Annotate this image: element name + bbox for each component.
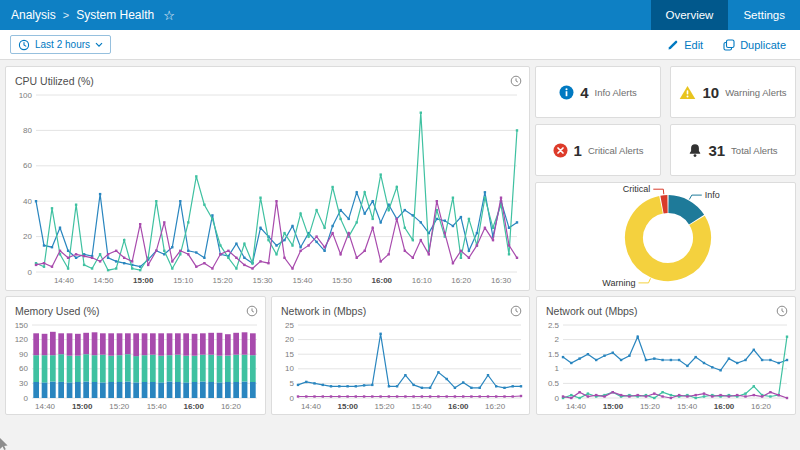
critical-alerts-count: 1 xyxy=(574,142,582,159)
svg-text:16:20: 16:20 xyxy=(751,402,772,411)
edit-button[interactable]: Edit xyxy=(667,39,703,51)
network-out-panel: Network out (Mbps) 00.511.522.514:4015:0… xyxy=(536,296,796,415)
duplicate-button[interactable]: Duplicate xyxy=(723,39,786,51)
svg-text:14:40: 14:40 xyxy=(54,276,75,285)
svg-text:60: 60 xyxy=(19,364,28,373)
alerts-donut-panel: CriticalInfoWarning xyxy=(535,182,796,291)
time-range-selector[interactable]: Last 2 hours xyxy=(10,35,111,54)
svg-text:Critical: Critical xyxy=(623,184,651,194)
favorite-star-icon[interactable]: ☆ xyxy=(163,8,175,23)
clock-icon[interactable] xyxy=(776,305,788,317)
svg-text:60: 60 xyxy=(23,161,32,170)
history-clock-icon xyxy=(18,39,30,51)
svg-text:15:40: 15:40 xyxy=(677,402,698,411)
tab-settings[interactable]: Settings xyxy=(728,0,800,30)
alerts-donut-chart: CriticalInfoWarning xyxy=(536,183,795,290)
svg-text:15:00: 15:00 xyxy=(603,402,624,411)
network-in-chart: 051015202514:4015:0015:2015:4016:0016:20 xyxy=(272,321,529,414)
svg-text:0: 0 xyxy=(24,394,29,403)
chevron-down-icon xyxy=(95,42,103,48)
mouse-cursor xyxy=(0,438,10,450)
svg-text:150: 150 xyxy=(15,321,29,330)
svg-text:15:10: 15:10 xyxy=(173,276,194,285)
total-alerts-label: Total Alerts xyxy=(731,145,777,156)
svg-text:16:00: 16:00 xyxy=(372,276,393,285)
edit-label: Edit xyxy=(684,39,703,51)
svg-text:20: 20 xyxy=(23,232,32,241)
svg-text:80: 80 xyxy=(23,126,32,135)
svg-text:40: 40 xyxy=(23,197,32,206)
network-out-chart: 00.511.522.514:4015:0015:2015:4016:0016:… xyxy=(537,321,795,414)
svg-text:2: 2 xyxy=(555,335,560,344)
info-icon xyxy=(559,85,574,100)
svg-text:30: 30 xyxy=(19,379,28,388)
svg-text:14:40: 14:40 xyxy=(566,402,587,411)
svg-text:16:00: 16:00 xyxy=(714,402,735,411)
toolbar: Last 2 hours Edit Duplicate xyxy=(0,30,800,60)
breadcrumb-root[interactable]: Analysis xyxy=(11,8,56,22)
total-alerts-card[interactable]: 31 Total Alerts xyxy=(670,124,796,176)
clock-icon[interactable] xyxy=(510,75,522,87)
info-alerts-label: Info Alerts xyxy=(595,87,637,98)
cpu-chart: 02040608010014:4014:5015:0015:1015:2015:… xyxy=(6,91,529,288)
info-alerts-card[interactable]: 4 Info Alerts xyxy=(535,66,661,118)
svg-text:15:00: 15:00 xyxy=(72,402,93,411)
svg-text:15:00: 15:00 xyxy=(337,402,358,411)
network-out-panel-title: Network out (Mbps) xyxy=(546,305,638,317)
svg-text:16:00: 16:00 xyxy=(184,402,205,411)
svg-text:16:10: 16:10 xyxy=(412,276,433,285)
svg-text:2.5: 2.5 xyxy=(548,321,560,330)
app-header: Analysis > System Health ☆ Overview Sett… xyxy=(0,0,800,30)
tab-overview[interactable]: Overview xyxy=(651,0,729,30)
svg-text:90: 90 xyxy=(19,350,28,359)
warning-alerts-label: Warning Alerts xyxy=(725,87,786,98)
svg-text:15:20: 15:20 xyxy=(109,402,130,411)
svg-text:15:20: 15:20 xyxy=(213,276,234,285)
svg-text:25: 25 xyxy=(285,321,294,330)
warning-alerts-count: 10 xyxy=(702,84,719,101)
svg-text:16:20: 16:20 xyxy=(485,402,506,411)
svg-text:Warning: Warning xyxy=(602,278,635,288)
cpu-utilized-panel: CPU Utilized (%) 02040608010014:4014:501… xyxy=(5,66,530,291)
svg-text:14:40: 14:40 xyxy=(301,402,322,411)
svg-text:15:20: 15:20 xyxy=(375,402,396,411)
svg-text:15:20: 15:20 xyxy=(640,402,661,411)
svg-text:15:40: 15:40 xyxy=(147,402,168,411)
svg-text:15:30: 15:30 xyxy=(253,276,274,285)
svg-text:16:00: 16:00 xyxy=(448,402,469,411)
network-in-panel: Network in (Mbps) 051015202514:4015:0015… xyxy=(271,296,530,415)
svg-text:0: 0 xyxy=(555,394,560,403)
svg-text:0: 0 xyxy=(28,268,33,277)
svg-text:15:40: 15:40 xyxy=(412,402,433,411)
svg-text:15:40: 15:40 xyxy=(292,276,313,285)
critical-alerts-card[interactable]: 1 Critical Alerts xyxy=(535,124,661,176)
svg-text:120: 120 xyxy=(15,335,29,344)
bell-icon xyxy=(688,143,702,158)
svg-text:0.5: 0.5 xyxy=(548,379,560,388)
critical-icon xyxy=(553,143,568,158)
memory-chart: 030609012015014:4015:0015:2015:4016:0016… xyxy=(6,321,265,414)
svg-text:100: 100 xyxy=(19,91,33,100)
warning-alerts-card[interactable]: 10 Warning Alerts xyxy=(670,66,796,118)
clock-icon[interactable] xyxy=(510,305,522,317)
svg-text:15:00: 15:00 xyxy=(133,276,154,285)
cpu-panel-title: CPU Utilized (%) xyxy=(15,75,94,87)
clock-icon[interactable] xyxy=(246,305,258,317)
critical-alerts-label: Critical Alerts xyxy=(588,145,643,156)
svg-text:Info: Info xyxy=(705,190,720,200)
pencil-icon xyxy=(667,39,679,51)
time-range-label: Last 2 hours xyxy=(35,39,90,50)
svg-text:1: 1 xyxy=(555,364,560,373)
memory-used-panel: Memory Used (%) 030609012015014:4015:001… xyxy=(5,296,266,415)
svg-text:5: 5 xyxy=(290,379,295,388)
svg-text:16:20: 16:20 xyxy=(221,402,242,411)
duplicate-icon xyxy=(723,39,735,51)
info-alerts-count: 4 xyxy=(580,84,588,101)
svg-text:10: 10 xyxy=(285,364,294,373)
memory-panel-title: Memory Used (%) xyxy=(15,305,100,317)
page-title: System Health xyxy=(76,8,154,22)
breadcrumb-separator: > xyxy=(63,9,69,21)
svg-text:20: 20 xyxy=(285,335,294,344)
duplicate-label: Duplicate xyxy=(740,39,786,51)
svg-text:15:50: 15:50 xyxy=(332,276,353,285)
